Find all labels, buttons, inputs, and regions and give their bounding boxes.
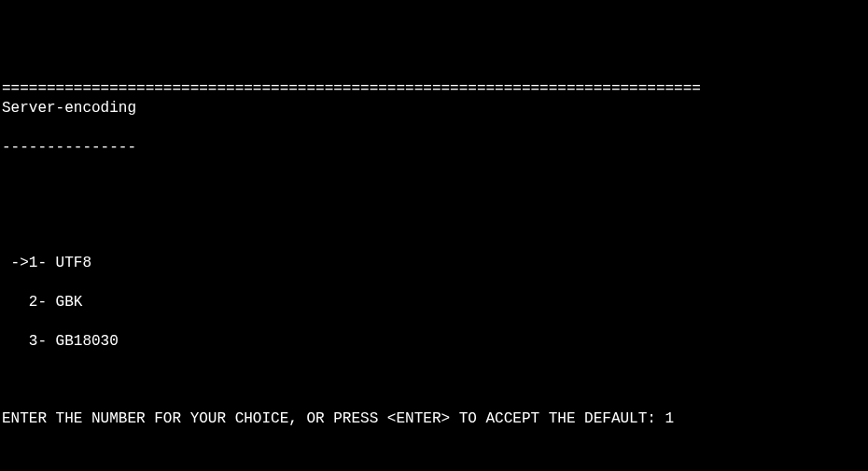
option-gbk: 2- GBK [2, 293, 866, 312]
blank-line [2, 176, 866, 196]
divider-top: ========================================… [2, 80, 701, 97]
option-utf8: ->1- UTF8 [2, 254, 866, 273]
blank-line [2, 215, 866, 235]
blank-line [2, 370, 866, 390]
option-gb18030: 3- GB18030 [2, 332, 866, 352]
underline-server-encoding: --------------- [2, 138, 866, 158]
section-title-server-encoding: Server-encoding [2, 99, 866, 118]
blank-line [2, 448, 866, 467]
prompt-server-encoding[interactable]: ENTER THE NUMBER FOR YOUR CHOICE, OR PRE… [2, 409, 866, 429]
